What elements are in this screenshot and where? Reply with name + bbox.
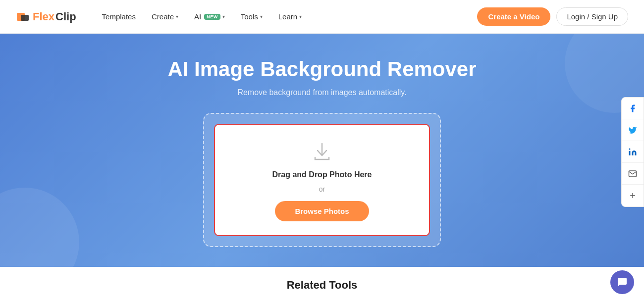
nav-tools[interactable]: Tools ▾: [235, 8, 268, 25]
chat-button[interactable]: [610, 270, 634, 294]
related-tools-title: Related Tools: [0, 279, 644, 292]
nav-templates[interactable]: Templates: [96, 8, 142, 25]
ai-new-badge: NEW: [204, 14, 220, 20]
upload-icon: [311, 141, 333, 162]
hero-subtitle: Remove background from images automatica…: [237, 88, 406, 97]
browse-photos-button[interactable]: Browse Photos: [275, 201, 369, 221]
more-share-button[interactable]: +: [622, 185, 644, 206]
chevron-down-icon-tools: ▾: [260, 14, 263, 19]
create-video-button[interactable]: Create a Video: [477, 7, 550, 26]
dropzone-inner[interactable]: Drag and Drop Photo Here or Browse Photo…: [214, 124, 430, 236]
email-share-button[interactable]: [622, 163, 644, 185]
chevron-down-icon-ai: ▾: [222, 14, 225, 19]
hero-section: AI Image Background Remover Remove backg…: [0, 34, 644, 267]
chevron-down-icon: ▾: [176, 14, 178, 19]
nav-ai[interactable]: AI NEW ▾: [188, 8, 231, 25]
navbar: FlexClip Templates Create ▾ AI NEW ▾ Too…: [0, 0, 644, 34]
svg-point-2: [629, 148, 631, 150]
nav-links: Templates Create ▾ AI NEW ▾ Tools ▾ Lear…: [96, 8, 478, 25]
or-text: or: [319, 185, 325, 193]
social-sidebar: +: [621, 97, 644, 207]
nav-create[interactable]: Create ▾: [146, 8, 184, 25]
linkedin-share-button[interactable]: [622, 141, 644, 163]
svg-rect-1: [21, 15, 29, 21]
related-tools-section: Related Tools: [0, 267, 644, 300]
login-signup-button[interactable]: Login / Sign Up: [556, 7, 628, 26]
nav-right: Create a Video Login / Sign Up: [477, 7, 628, 26]
nav-learn[interactable]: Learn ▾: [272, 8, 308, 25]
twitter-share-button[interactable]: [622, 119, 644, 141]
facebook-share-button[interactable]: [622, 98, 644, 119]
drag-drop-text: Drag and Drop Photo Here: [272, 170, 372, 179]
dropzone-outer[interactable]: Drag and Drop Photo Here or Browse Photo…: [203, 113, 441, 247]
logo[interactable]: FlexClip: [16, 10, 76, 24]
logo-flex-text: Flex: [33, 10, 54, 23]
logo-clip-text: Clip: [55, 10, 76, 23]
hero-title: AI Image Background Remover: [167, 57, 476, 81]
chevron-down-icon-learn: ▾: [299, 14, 302, 19]
